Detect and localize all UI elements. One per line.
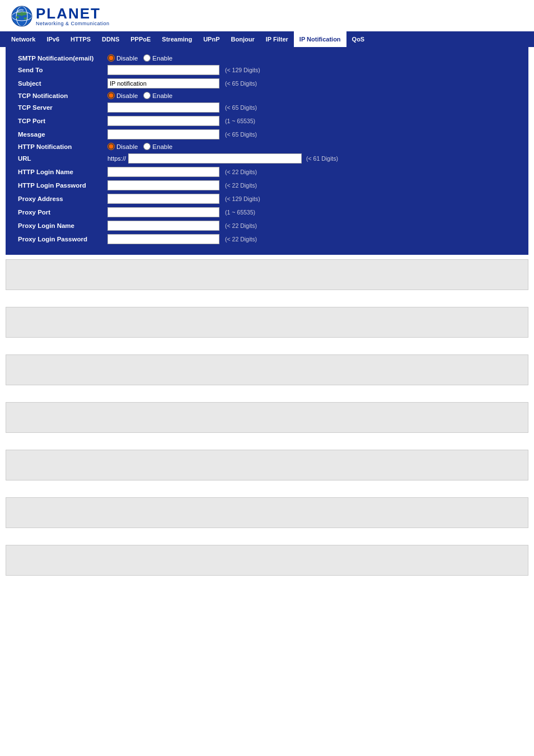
proxy-login-input[interactable]	[107, 221, 219, 231]
proxy-login-row: Proxy Login Name (< 22 Digits)	[15, 219, 519, 232]
proxy-port-label: Proxy Port	[15, 206, 104, 219]
tab-upnp[interactable]: UPnP	[198, 31, 225, 47]
tab-ipv6[interactable]: IPv6	[41, 31, 65, 47]
http-password-input[interactable]	[107, 180, 219, 190]
message-label: Message	[15, 128, 104, 141]
subject-label: Subject	[15, 77, 104, 90]
tab-pppoe[interactable]: PPPoE	[125, 31, 156, 47]
message-input[interactable]	[107, 129, 219, 139]
http-notif-row: HTTP Notification Disable Enable	[15, 141, 519, 152]
gray-section-6	[6, 497, 528, 528]
proxy-port-input[interactable]	[107, 207, 219, 217]
proxy-password-row: Proxy Login Password (< 22 Digits)	[15, 232, 519, 246]
form-table: SMTP Notification(email) Disable Enable	[15, 53, 519, 246]
tcp-server-hint: (< 65 Digits)	[225, 104, 257, 111]
tab-ip-notification[interactable]: IP Notification	[294, 31, 346, 47]
http-login-label: HTTP Login Name	[15, 165, 104, 179]
url-prefix: https://	[107, 155, 126, 162]
smtp-controls: Disable Enable	[104, 53, 519, 63]
globe-icon	[11, 6, 32, 27]
tcp-server-input[interactable]	[107, 102, 219, 113]
proxy-login-hint: (< 22 Digits)	[225, 222, 257, 229]
tab-qos[interactable]: QoS	[346, 31, 371, 47]
send-to-label: Send To	[15, 63, 104, 77]
http-disable-label[interactable]: Disable	[107, 143, 138, 150]
logo-name-block: PLANET Networking & Communication	[36, 6, 110, 26]
proxy-password-label: Proxy Login Password	[15, 232, 104, 246]
http-login-cell: (< 22 Digits)	[104, 165, 519, 179]
tab-https[interactable]: HTTPS	[65, 31, 96, 47]
smtp-row: SMTP Notification(email) Disable Enable	[15, 53, 519, 63]
url-input[interactable]	[128, 153, 302, 164]
http-password-cell: (< 22 Digits)	[104, 179, 519, 192]
proxy-address-label: Proxy Address	[15, 192, 104, 206]
tcp-notif-cell: Disable Enable	[104, 90, 519, 101]
tcp-port-input[interactable]	[107, 116, 219, 126]
gray-section-4	[6, 402, 528, 433]
proxy-port-row: Proxy Port (1 ~ 65535)	[15, 206, 519, 219]
tab-streaming[interactable]: Streaming	[156, 31, 198, 47]
http-login-input[interactable]	[107, 167, 219, 177]
send-to-cell: (< 129 Digits)	[104, 63, 519, 77]
tab-bonjour[interactable]: Bonjour	[226, 31, 260, 47]
proxy-login-label: Proxy Login Name	[15, 219, 104, 232]
proxy-address-input[interactable]	[107, 194, 219, 204]
send-to-hint: (< 129 Digits)	[225, 67, 260, 73]
smtp-disable-radio[interactable]	[107, 54, 115, 62]
tcp-server-row: TCP Server (< 65 Digits)	[15, 101, 519, 114]
logo-subtitle-text: Networking & Communication	[36, 21, 110, 26]
http-enable-label[interactable]: Enable	[143, 143, 172, 150]
tcp-disable-radio[interactable]	[107, 92, 115, 99]
gray-section-2	[6, 307, 528, 338]
proxy-address-hint: (< 129 Digits)	[225, 195, 260, 202]
tcp-server-label: TCP Server	[15, 101, 104, 114]
http-enable-radio[interactable]	[143, 143, 151, 150]
smtp-enable-radio[interactable]	[143, 54, 151, 62]
tcp-notif-label: TCP Notification	[15, 90, 104, 101]
tab-network[interactable]: Network	[6, 31, 41, 47]
proxy-address-cell: (< 129 Digits)	[104, 192, 519, 206]
http-disable-radio[interactable]	[107, 143, 115, 150]
http-notif-cell: Disable Enable	[104, 141, 519, 152]
url-label: URL	[15, 152, 104, 165]
gray-section-1	[6, 259, 528, 290]
proxy-password-cell: (< 22 Digits)	[104, 232, 519, 246]
smtp-label: SMTP Notification(email)	[15, 53, 104, 63]
gray-section-7	[6, 545, 528, 576]
proxy-port-hint: (1 ~ 65535)	[225, 209, 255, 216]
logo-planet-text: PLANET	[36, 6, 110, 21]
http-password-label: HTTP Login Password	[15, 179, 104, 192]
tcp-enable-label[interactable]: Enable	[143, 92, 172, 99]
tcp-server-cell: (< 65 Digits)	[104, 101, 519, 114]
tcp-port-label: TCP Port	[15, 114, 104, 128]
proxy-address-row: Proxy Address (< 129 Digits)	[15, 192, 519, 206]
proxy-login-cell: (< 22 Digits)	[104, 219, 519, 232]
send-to-row: Send To (< 129 Digits)	[15, 63, 519, 77]
send-to-input[interactable]	[107, 65, 219, 75]
smtp-enable-label[interactable]: Enable	[143, 54, 172, 62]
http-password-row: HTTP Login Password (< 22 Digits)	[15, 179, 519, 192]
tcp-port-row: TCP Port (1 ~ 65535)	[15, 114, 519, 128]
tab-ddns[interactable]: DDNS	[96, 31, 125, 47]
subject-cell: (< 65 Digits)	[104, 77, 519, 90]
subject-row: Subject (< 65 Digits)	[15, 77, 519, 90]
tab-ip-filter[interactable]: IP Filter	[260, 31, 294, 47]
http-login-hint: (< 22 Digits)	[225, 169, 257, 175]
tcp-disable-label[interactable]: Disable	[107, 92, 138, 99]
logo-area: PLANET Networking & Communication	[0, 0, 534, 31]
subject-input[interactable]	[107, 78, 219, 88]
url-row: URL https:// (< 61 Digits)	[15, 152, 519, 165]
smtp-disable-label[interactable]: Disable	[107, 54, 138, 62]
tcp-port-hint: (1 ~ 65535)	[225, 118, 255, 124]
tcp-enable-radio[interactable]	[143, 92, 151, 99]
message-cell: (< 65 Digits)	[104, 128, 519, 141]
url-cell: https:// (< 61 Digits)	[104, 152, 519, 165]
tcp-notif-row: TCP Notification Disable Enable	[15, 90, 519, 101]
http-notif-label: HTTP Notification	[15, 141, 104, 152]
proxy-password-input[interactable]	[107, 234, 219, 244]
nav-bar: Network IPv6 HTTPS DDNS PPPoE Streaming …	[0, 31, 534, 47]
gray-section-5	[6, 450, 528, 480]
message-hint: (< 65 Digits)	[225, 131, 257, 138]
proxy-password-hint: (< 22 Digits)	[225, 236, 257, 242]
gray-section-3	[6, 354, 528, 385]
